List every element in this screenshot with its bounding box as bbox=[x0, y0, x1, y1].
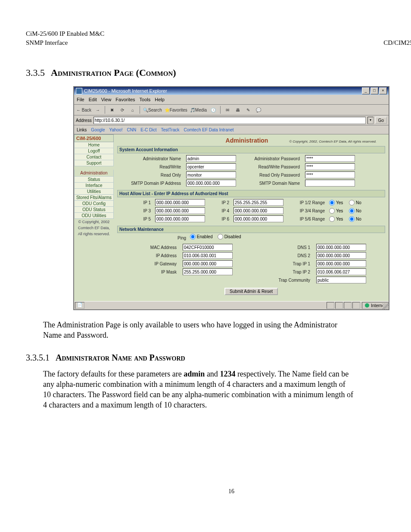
history-button[interactable]: 🕓 bbox=[209, 106, 218, 114]
label-mac: MAC Address bbox=[118, 245, 178, 250]
section-netmaint: Network Maintenance Ping Enabled Disable… bbox=[117, 226, 385, 285]
menu-view[interactable]: View bbox=[101, 97, 112, 102]
label-dns1: DNS 1 bbox=[239, 245, 312, 250]
print-button[interactable]: 🖶 bbox=[234, 106, 242, 114]
ping-disabled[interactable]: Disabled bbox=[218, 234, 241, 240]
ip1-input[interactable] bbox=[155, 199, 205, 206]
label-ip: IP Address bbox=[118, 253, 178, 258]
close-button[interactable]: × bbox=[379, 87, 387, 94]
trapcomm-input[interactable] bbox=[316, 277, 366, 283]
menu-help[interactable]: Help bbox=[155, 97, 165, 102]
sidebar-item-oduutil[interactable]: ODU Utilities bbox=[74, 213, 114, 219]
sidebar-item-logoff[interactable]: Logoff bbox=[74, 148, 114, 154]
resize-grip-icon[interactable] bbox=[383, 303, 389, 309]
label-ro: Read Only bbox=[118, 173, 183, 177]
trap1-input[interactable] bbox=[316, 260, 366, 267]
label-ip4: IP 4 bbox=[205, 208, 231, 213]
dns2-input[interactable] bbox=[316, 252, 366, 259]
trap2-input[interactable] bbox=[316, 268, 366, 275]
ro-input[interactable] bbox=[186, 171, 236, 178]
range12-no[interactable]: No bbox=[349, 200, 366, 205]
range12-yes[interactable]: Yes bbox=[329, 200, 346, 205]
maximize-button[interactable]: □ bbox=[371, 87, 378, 94]
label-rw-pass: Read/Write Password bbox=[241, 165, 302, 169]
mask-input[interactable] bbox=[183, 268, 233, 275]
section-account-header: System Account Information bbox=[117, 146, 385, 153]
go-button[interactable]: Go bbox=[375, 117, 387, 124]
smtp-ip-input[interactable] bbox=[186, 180, 236, 187]
ro-pass-input[interactable] bbox=[305, 171, 355, 178]
sidebar-item-utilities[interactable]: Utilities bbox=[74, 189, 114, 195]
smtp-domain-input[interactable] bbox=[305, 180, 355, 187]
search-button[interactable]: 🔍Search bbox=[143, 106, 162, 114]
range56-no[interactable]: No bbox=[349, 216, 366, 222]
sidebar-item-odustatus[interactable]: ODU Status bbox=[74, 207, 114, 213]
ie-title: CIM25/600 - Microsoft Internet Explorer bbox=[84, 88, 167, 93]
discuss-button[interactable]: 💬 bbox=[254, 106, 263, 114]
forward-button[interactable]: → bbox=[93, 106, 102, 114]
label-rw: Read/Write bbox=[118, 165, 183, 169]
ip5-input[interactable] bbox=[155, 215, 205, 222]
ip4-input[interactable] bbox=[234, 207, 283, 214]
link-testtrack[interactable]: TestTrack bbox=[161, 128, 179, 132]
ip6-input[interactable] bbox=[234, 215, 283, 222]
hdr-left1: CiM-25/600 IP Enabled M&C bbox=[26, 30, 104, 37]
sidebar-item-interface[interactable]: Interface bbox=[74, 183, 114, 189]
link-google[interactable]: Google bbox=[91, 128, 105, 132]
page-number: 16 bbox=[26, 488, 411, 495]
link-yahoo[interactable]: Yahoo! bbox=[109, 128, 123, 132]
admin-pass-input[interactable] bbox=[305, 155, 355, 162]
mac-input[interactable] bbox=[183, 244, 233, 251]
media-button[interactable]: 🎵Media bbox=[190, 106, 207, 114]
ip3-input[interactable] bbox=[155, 207, 205, 214]
section-hostallow-header: Host Allow List - Enter IP Address of Au… bbox=[117, 190, 385, 197]
ping-enabled[interactable]: Enabled bbox=[190, 234, 213, 240]
section-number: 3.3.5 bbox=[26, 67, 45, 78]
sidebar-item-contact[interactable]: Contact bbox=[74, 154, 114, 160]
back-button[interactable]: ← Back bbox=[76, 106, 92, 114]
sidebar-item-oduconfig[interactable]: ODU Config bbox=[74, 201, 114, 207]
sidebar-item-support[interactable]: Support bbox=[74, 160, 114, 166]
favorites-button[interactable]: ⭐Favorites bbox=[164, 106, 188, 114]
label-admin-pass: Administrator Password bbox=[241, 156, 302, 161]
dns1-input[interactable] bbox=[316, 244, 366, 251]
admin-name-input[interactable] bbox=[186, 155, 236, 162]
menu-edit[interactable]: Edit bbox=[89, 97, 97, 102]
stop-button[interactable]: ✖ bbox=[108, 106, 116, 114]
range34-no[interactable]: No bbox=[349, 208, 366, 214]
refresh-button[interactable]: ⟳ bbox=[118, 106, 127, 114]
page-title: Administration bbox=[226, 137, 268, 144]
rw-input[interactable] bbox=[186, 163, 236, 170]
ip2-input[interactable] bbox=[234, 199, 283, 206]
address-dropdown[interactable]: ▾ bbox=[367, 117, 374, 124]
home-button[interactable]: ⌂ bbox=[128, 106, 137, 114]
status-page-icon: 📄 bbox=[75, 302, 84, 309]
ie-menubar: File Edit View Favorites Tools Help bbox=[74, 95, 389, 105]
sidebar-item-home[interactable]: Home bbox=[74, 142, 114, 148]
gw-input[interactable] bbox=[183, 260, 233, 267]
ie-linksbar: Links Google Yahoo! CNN E-C Dict TestTra… bbox=[74, 125, 389, 134]
paragraph-1: The Administration Page is only availabl… bbox=[43, 320, 353, 341]
range56-yes[interactable]: Yes bbox=[329, 216, 346, 222]
mail-button[interactable]: ✉ bbox=[223, 106, 232, 114]
hdr-left2: SNMP Interface bbox=[26, 39, 68, 47]
label-ip1: IP 1 bbox=[118, 200, 153, 205]
menu-tools[interactable]: Tools bbox=[140, 97, 151, 102]
range34-yes[interactable]: Yes bbox=[329, 208, 346, 214]
submit-admin-button[interactable]: Submit Admin & Reset bbox=[224, 288, 278, 295]
link-comtech[interactable]: Comtech EF Data Intranet bbox=[184, 128, 234, 132]
sidebar-item-status[interactable]: Status bbox=[74, 177, 114, 183]
address-input[interactable] bbox=[93, 117, 366, 124]
rw-pass-input[interactable] bbox=[305, 163, 355, 170]
menu-file[interactable]: File bbox=[77, 97, 84, 102]
link-cnn[interactable]: CNN bbox=[127, 128, 137, 132]
link-ecdict[interactable]: E-C Dict bbox=[140, 128, 156, 132]
page-copyright: © Copyright, 2002, Comtech EF Data, All … bbox=[268, 140, 385, 143]
section-hostallow: Host Allow List - Enter IP Address of Au… bbox=[117, 190, 385, 224]
ie-addressbar: Address ▾ Go bbox=[74, 115, 389, 125]
sidebar-item-storedflts[interactable]: Stored Flts/Alarms bbox=[74, 195, 114, 201]
ip-input[interactable] bbox=[183, 252, 233, 259]
menu-favorites[interactable]: Favorites bbox=[115, 97, 135, 102]
edit-button[interactable]: ✎ bbox=[244, 106, 252, 114]
minimize-button[interactable]: _ bbox=[362, 87, 370, 94]
